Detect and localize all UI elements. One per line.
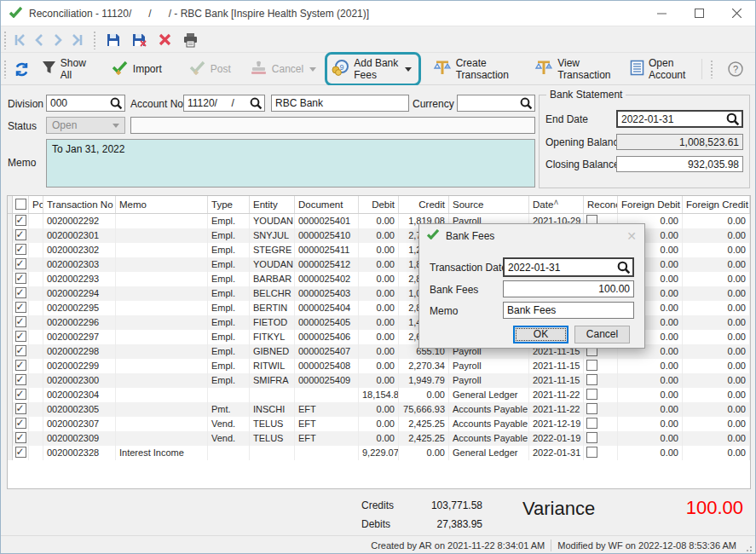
checkbox-cell[interactable] (13, 315, 29, 330)
reconciled-checkbox[interactable] (586, 403, 597, 414)
currency-input[interactable] (457, 95, 535, 112)
account-no-input[interactable] (183, 95, 265, 112)
checkbox-cell[interactable] (584, 431, 618, 446)
row-checkbox[interactable] (15, 389, 26, 400)
table-row[interactable]: 0020002307Vend.TELUSEFT0.002,425.25Accou… (8, 417, 750, 431)
table-header-cell[interactable]: Debit (359, 196, 399, 213)
row-checkbox[interactable] (15, 244, 26, 255)
checkbox-cell[interactable] (584, 417, 618, 431)
cancel-dropdown-icon[interactable] (309, 67, 316, 72)
table-row[interactable]: 0020002300Empl.SMIFRA00000254090.001,949… (8, 373, 750, 388)
memo-textarea[interactable]: To Jan 31, 2022 (46, 139, 535, 188)
checkbox-cell[interactable] (13, 330, 29, 344)
reconciled-checkbox[interactable] (586, 374, 597, 385)
dialog-cancel-button[interactable]: Cancel (574, 326, 630, 343)
table-header-cell[interactable]: Document (295, 196, 359, 213)
status-combo[interactable]: Open (46, 117, 125, 134)
table-header-cell[interactable]: Reconciled (584, 196, 618, 213)
table-header-cell[interactable]: Credit (399, 196, 449, 213)
ok-button[interactable]: OK (513, 326, 568, 343)
table-header-cell[interactable]: Foreign Debit (618, 196, 683, 213)
table-row[interactable]: 0020002305Pmt.INSCHIEFT0.0075,666.93Acco… (8, 402, 750, 417)
account-name-input[interactable] (271, 95, 409, 112)
reconciled-checkbox[interactable] (586, 360, 597, 371)
header-checkbox-cell[interactable] (13, 196, 29, 213)
table-header-cell[interactable]: Transaction No (43, 196, 116, 213)
end-date-input[interactable] (616, 110, 743, 128)
checkbox-cell[interactable] (584, 446, 618, 460)
row-checkbox[interactable] (15, 302, 26, 313)
maximize-button[interactable] (680, 1, 718, 26)
cancel-button[interactable]: Cancel (246, 56, 320, 82)
row-checkbox[interactable] (15, 316, 26, 327)
toolbar-drag-handle[interactable] (710, 60, 714, 78)
dialog-title-bar[interactable]: Bank Fees ✕ (419, 224, 644, 247)
select-all-checkbox[interactable] (15, 199, 26, 210)
checkbox-cell[interactable] (13, 228, 29, 243)
checkbox-cell[interactable] (13, 431, 29, 446)
table-row[interactable]: 0020002328Interest Income9,229.070.00Gen… (8, 446, 750, 460)
row-checkbox[interactable] (15, 331, 26, 342)
post-button[interactable]: Post (186, 56, 234, 82)
checkbox-cell[interactable] (13, 388, 29, 402)
row-checkbox[interactable] (15, 432, 26, 443)
reconciled-checkbox[interactable] (586, 418, 597, 429)
add-bank-fees-dropdown-icon[interactable] (405, 67, 412, 72)
dialog-memo-input[interactable] (503, 302, 634, 319)
checkbox-cell[interactable] (13, 214, 29, 228)
toolbar-drag-handle[interactable] (93, 31, 97, 49)
add-bank-fees-button[interactable]: 9 Add Bank Fees (332, 56, 411, 82)
table-header-cell[interactable]: Entity (250, 196, 295, 213)
first-record-button[interactable] (11, 30, 30, 50)
status-extra-input[interactable] (130, 117, 535, 134)
table-header-cell[interactable]: Foreign Credit (683, 196, 750, 213)
row-checkbox[interactable] (15, 374, 26, 385)
row-checkbox[interactable] (15, 345, 26, 356)
reconciled-checkbox[interactable] (586, 432, 597, 443)
toolbar-drag-handle[interactable] (3, 31, 8, 49)
table-header-cell[interactable]: Source (449, 196, 529, 213)
create-transaction-button[interactable]: Create Transaction (430, 56, 520, 82)
save-close-button[interactable] (128, 30, 150, 50)
row-checkbox[interactable] (15, 403, 26, 414)
checkbox-cell[interactable] (13, 417, 29, 431)
checkbox-cell[interactable] (13, 257, 29, 272)
reconciled-checkbox[interactable] (586, 389, 597, 400)
checkbox-cell[interactable] (13, 373, 29, 388)
close-button[interactable] (718, 1, 755, 26)
row-checkbox[interactable] (15, 215, 26, 226)
previous-record-button[interactable] (30, 30, 49, 50)
table-header-cell[interactable]: Memo (116, 196, 208, 213)
dialog-close-icon[interactable]: ✕ (626, 229, 637, 243)
toolbar-drag-handle[interactable] (3, 60, 7, 78)
checkbox-cell[interactable] (13, 301, 29, 315)
table-header-cell[interactable]: Type (208, 196, 250, 213)
table-row[interactable]: 0020002309Vend.TELUSEFT0.002,425.25Accou… (8, 431, 750, 446)
next-record-button[interactable] (49, 30, 67, 50)
checkbox-cell[interactable] (584, 402, 618, 417)
table-row[interactable]: 002000230418,154.880.00General Ledger202… (8, 388, 750, 402)
checkbox-cell[interactable] (584, 388, 618, 402)
row-checkbox[interactable] (15, 418, 26, 429)
view-transaction-button[interactable]: View Transaction (531, 56, 615, 82)
row-checkbox[interactable] (15, 360, 26, 371)
row-checkbox[interactable] (15, 229, 26, 240)
closing-balance-input[interactable] (616, 156, 743, 172)
checkbox-cell[interactable] (584, 373, 618, 388)
checkbox-cell[interactable] (13, 402, 29, 417)
last-record-button[interactable] (67, 30, 86, 50)
row-checkbox[interactable] (15, 273, 26, 284)
resize-grip[interactable] (744, 544, 753, 552)
transaction-date-input[interactable] (503, 257, 634, 277)
print-button[interactable] (179, 30, 201, 50)
reconciled-checkbox[interactable] (586, 447, 597, 458)
checkbox-cell[interactable] (13, 344, 29, 359)
table-header-cell[interactable]: Po (29, 196, 43, 213)
help-button[interactable]: ? (724, 59, 747, 79)
checkbox-cell[interactable] (13, 446, 29, 460)
show-all-button[interactable]: Show All (38, 56, 89, 82)
bank-fees-input[interactable] (503, 280, 634, 297)
checkbox-cell[interactable] (13, 272, 29, 286)
row-checkbox[interactable] (15, 447, 26, 458)
checkbox-cell[interactable] (13, 243, 29, 257)
